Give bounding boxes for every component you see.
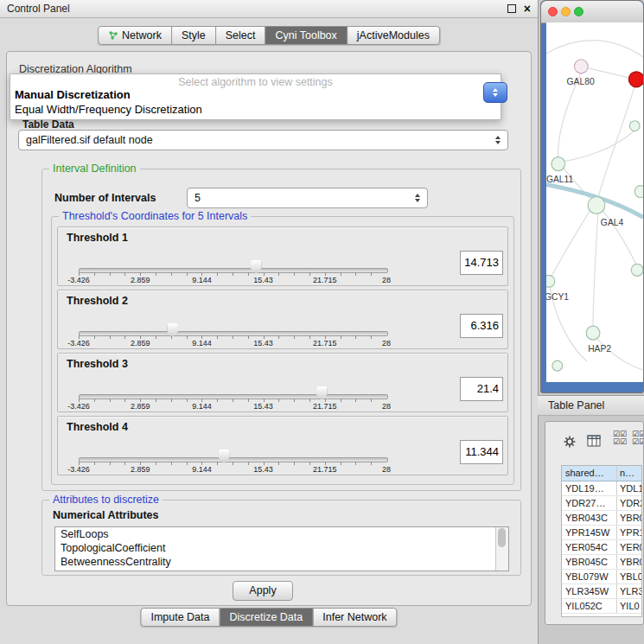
tab-label: jActiveModules — [357, 29, 430, 41]
number-of-intervals-value: 5 — [194, 192, 201, 204]
tab-jactivemodules[interactable]: jActiveModules — [348, 27, 439, 44]
column-header-name[interactable]: n… — [617, 466, 641, 481]
network-canvas[interactable]: GAL80 GAL11 GAL4 GCY1 HAP2 — [546, 22, 643, 382]
scale-label: -3.426 — [67, 339, 90, 348]
node-label: GCY1 — [546, 292, 569, 302]
tab-discretize-data[interactable]: Discretize Data — [220, 609, 314, 626]
table-row[interactable]: YPR145WYPR1 — [562, 526, 641, 540]
thresholds-group: Threshold's Coordinates for 5 Intervals … — [51, 216, 514, 485]
deselect-all-columns-icon[interactable]: ☑☑☑☑ — [632, 430, 644, 446]
scale-label: 9.144 — [192, 402, 212, 411]
scale-label: 9.144 — [192, 465, 212, 474]
float-window-icon[interactable] — [507, 4, 516, 13]
tab-label: Discretize Data — [230, 611, 303, 623]
node-gcy1[interactable] — [546, 275, 555, 287]
option-manual-discretization[interactable]: Manual Discretization — [15, 88, 131, 101]
window-title: Control Panel — [7, 3, 70, 15]
scale-label: 9.144 — [192, 339, 212, 348]
list-item[interactable]: BetweennessCentrality — [55, 555, 508, 569]
top-tab-bar: Network Style Select Cyni Toolbox jActiv… — [98, 26, 440, 45]
threshold-1-panel: Threshold 1 -3.426 2.859 9.144 15.43 21.… — [57, 226, 508, 286]
network-view-window: GAL80 GAL11 GAL4 GCY1 HAP2 — [540, 0, 644, 393]
threshold-1-slider[interactable]: -3.426 2.859 9.144 15.43 21.715 28 — [79, 260, 386, 284]
scale-label: 2.859 — [131, 276, 150, 284]
list-item[interactable]: SelfLoops — [55, 527, 508, 541]
select-all-columns-icon[interactable]: ☑☑☑☑ — [613, 430, 627, 446]
chevron-up-icon — [493, 88, 498, 92]
attributes-group-title: Attributes to discretize — [49, 494, 163, 506]
threshold-4-value-field[interactable]: 11.344 — [460, 440, 503, 464]
scrollbar-thumb[interactable] — [498, 528, 506, 547]
node-gal4[interactable] — [588, 197, 605, 214]
apply-button[interactable]: Apply — [233, 581, 293, 601]
option-equal-width-frequency[interactable]: Equal Width/Frequency Discretization — [15, 103, 202, 116]
tab-label: Cyni Toolbox — [275, 29, 336, 41]
node[interactable] — [634, 186, 643, 198]
table-row[interactable]: YER054CYER0 — [562, 540, 641, 555]
numerical-attributes-label: Numerical Attributes — [53, 509, 158, 521]
table-panel-window: ☑☑☑☑ ☑☑☑☑ shared… n… YDL19…YDL1 YDR27…YD… — [545, 421, 644, 625]
node-hap2[interactable] — [586, 326, 600, 340]
tab-network[interactable]: Network — [99, 27, 172, 44]
tab-cyni-toolbox[interactable]: Cyni Toolbox — [265, 27, 347, 44]
tab-label: Select — [226, 29, 256, 41]
table-row[interactable]: YIL052CYIL0 — [562, 599, 641, 614]
scale-label: 2.859 — [131, 465, 150, 474]
node-gal80[interactable] — [574, 60, 588, 73]
slider-scale: -3.426 2.859 9.144 15.43 21.715 28 — [79, 465, 386, 475]
table-data-label: Table Data — [22, 118, 74, 131]
close-icon[interactable]: × — [524, 3, 531, 14]
list-item[interactable]: TopologicalCoefficient — [55, 541, 508, 555]
zoom-traffic-light-icon[interactable] — [574, 7, 583, 16]
node[interactable] — [631, 264, 643, 276]
node-gal11[interactable] — [552, 157, 565, 171]
table-data-combo[interactable]: galFiltered.sif default node — [18, 130, 508, 150]
spinner-arrows-icon — [495, 136, 501, 144]
gear-icon[interactable] — [563, 435, 577, 449]
threshold-3-value-field[interactable]: 21.4 — [460, 377, 503, 401]
table-row[interactable]: YBL079WYBL0 — [562, 570, 641, 584]
table-row[interactable]: YBR045CYBR0 — [562, 555, 641, 570]
node-label: GAL4 — [601, 218, 624, 227]
tab-infer-network[interactable]: Infer Network — [313, 609, 396, 626]
node[interactable] — [629, 121, 640, 131]
column-header-shared-name[interactable]: shared… — [562, 466, 617, 481]
table-panel-title: Table Panel — [548, 399, 604, 411]
tab-label: Style — [182, 29, 206, 41]
scale-label: 21.715 — [313, 465, 337, 474]
threshold-2-slider[interactable]: -3.426 2.859 9.144 15.43 21.715 28 — [79, 323, 386, 348]
show-columns-icon[interactable] — [587, 435, 601, 447]
list-scrollbar[interactable] — [495, 527, 508, 571]
threshold-2-value-field[interactable]: 6.316 — [460, 314, 503, 338]
scale-label: 21.715 — [313, 339, 337, 348]
threshold-3-slider[interactable]: -3.426 2.859 9.144 15.43 21.715 28 — [79, 386, 386, 411]
network-icon — [108, 30, 118, 41]
threshold-4-slider[interactable]: -3.426 2.859 9.144 15.43 21.715 28 — [79, 450, 386, 474]
screen: Control Panel × Network Style Select Cyn… — [0, 0, 644, 644]
table-row[interactable]: YLR345WYLR3 — [562, 584, 641, 599]
close-traffic-light-icon[interactable] — [548, 7, 558, 16]
threshold-3-panel: Threshold 3 -3.426 2.859 9.144 15.43 21.… — [57, 353, 508, 412]
table-row[interactable]: YBR043CYBR0 — [562, 511, 641, 526]
algorithm-combo-button[interactable] — [483, 82, 507, 103]
slider-scale: -3.426 2.859 9.144 15.43 21.715 28 — [79, 402, 386, 412]
table-data-value: galFiltered.sif default node — [26, 134, 153, 146]
scale-label: 15.43 — [253, 402, 273, 411]
bottom-tab-bar: Impute Data Discretize Data Infer Networ… — [140, 608, 397, 627]
table-row[interactable]: YDR27…YDR2 — [562, 496, 641, 511]
attributes-list[interactable]: SelfLoops TopologicalCoefficient Between… — [54, 526, 509, 571]
number-of-intervals-combo[interactable]: 5 — [187, 188, 428, 208]
node-table: shared… n… YDL19…YDL1 YDR27…YDR2 YBR043C… — [561, 465, 642, 617]
interval-definition-group: Interval Definition Number of Intervals … — [41, 169, 521, 491]
tab-style[interactable]: Style — [172, 27, 216, 44]
scale-label: 21.715 — [313, 402, 337, 411]
scale-label: 28 — [382, 402, 391, 411]
threshold-1-value-field[interactable]: 14.713 — [460, 251, 503, 275]
node[interactable] — [552, 360, 563, 371]
node-selected-red[interactable] — [628, 72, 643, 87]
tab-select[interactable]: Select — [216, 27, 266, 44]
scale-label: -3.426 — [67, 276, 90, 284]
minimize-traffic-light-icon[interactable] — [561, 7, 571, 16]
tab-impute-data[interactable]: Impute Data — [141, 609, 220, 626]
table-row[interactable]: YDL19…YDL1 — [562, 481, 641, 496]
